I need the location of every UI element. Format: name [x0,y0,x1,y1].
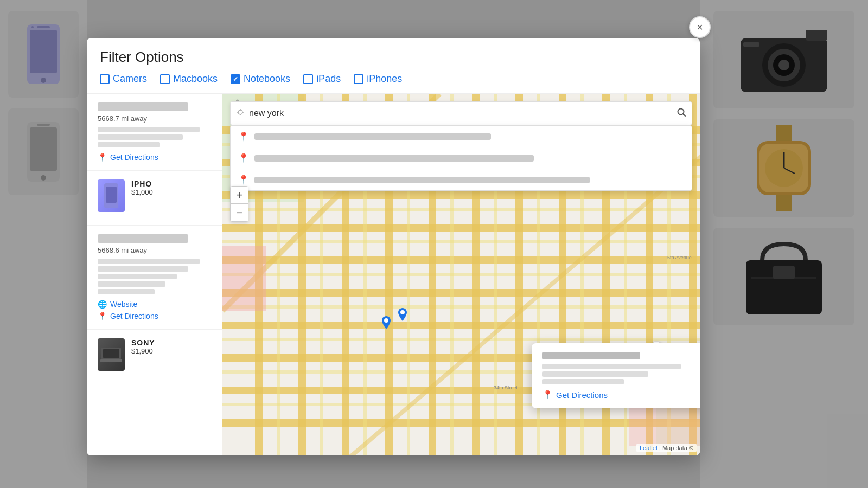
svg-text:34th Street: 34th Street [494,385,518,390]
svg-point-95 [400,310,405,314]
svg-rect-51 [222,338,700,341]
suggestion-2-pin-icon: 📍 [238,153,249,163]
svg-rect-30 [100,359,122,362]
product-item-2: SONY $1,900 [87,330,222,384]
product-item-1: IPHO $1,000 [87,171,222,226]
product-2-thumb-area: SONY $1,900 [98,338,211,371]
store-2-address-line4 [98,281,165,287]
map-marker-2[interactable] [396,308,409,325]
store-1-actions: 📍 Get Directions [98,153,211,162]
filter-ipads[interactable]: iPads [303,73,341,85]
map-background[interactable]: 5th Avenue Midtown East 53rd Street 5th … [222,94,700,455]
store-1-directions-link[interactable]: 📍 Get Directions [98,153,211,162]
suggestion-3-text-area [254,177,684,183]
store-2-directions-link[interactable]: 📍 Get Directions [98,312,211,320]
map-marker-1[interactable] [380,316,393,333]
store-2-website-link[interactable]: 🌐 Website [98,300,211,309]
product-2-title: SONY [131,338,211,347]
zoom-in-button[interactable]: + [231,187,248,204]
zoom-out-button[interactable]: − [231,204,248,221]
svg-rect-44 [222,419,700,427]
svg-rect-49 [222,273,700,276]
attribution-text: | Map data © [659,445,693,451]
suggestion-item-3[interactable]: 📍 [231,169,692,190]
macbooks-label: Macbooks [173,73,218,85]
svg-rect-41 [222,322,700,329]
cameras-checkbox[interactable] [100,74,110,84]
svg-line-93 [684,114,686,116]
svg-point-91 [242,112,244,113]
svg-rect-39 [222,256,700,264]
svg-point-94 [384,318,388,323]
svg-rect-29 [103,349,119,358]
map-container[interactable]: 5th Avenue Midtown East 53rd Street 5th … [222,94,700,455]
map-search-input[interactable] [249,108,676,118]
filter-panel: Filter Options Camers Macbooks Notebooks… [87,38,700,455]
leaflet-link[interactable]: Leaflet [640,445,658,451]
search-location-icon [236,108,245,119]
svg-rect-40 [222,289,700,297]
product-2-price: $1,900 [131,347,211,355]
store-list: 5668.7 mi away 📍 Get Directions [87,94,222,455]
svg-point-89 [240,114,241,115]
popup-directions-link[interactable]: 📍 Get Directions [542,390,700,400]
popup-address-line1 [542,364,681,369]
svg-point-90 [237,112,238,113]
store-2-directions-label: Get Directions [110,312,158,320]
macbooks-checkbox[interactable] [160,74,170,84]
website-globe-icon: 🌐 [98,300,107,309]
map-attribution: Leaflet | Map data © [636,444,697,452]
product-1-title: IPHO [131,179,211,188]
modal-close-button[interactable]: × [689,16,711,38]
store-1-directions-label: Get Directions [110,153,158,162]
store-1-address-line1 [98,127,200,132]
suggestion-2-text [254,155,534,162]
filter-iphones[interactable]: iPhones [354,73,402,85]
popup-directions-label: Get Directions [556,390,608,400]
filter-cameras[interactable]: Camers [100,73,147,85]
popup-address-line3 [542,379,624,384]
suggestion-item-2[interactable]: 📍 [231,147,692,169]
svg-rect-27 [106,187,117,203]
ipads-checkbox[interactable] [303,74,313,84]
ipads-label: iPads [316,73,341,85]
popup-directions-pin-icon: 📍 [542,390,553,400]
store-2-name-blurred [98,234,188,243]
suggestion-3-pin-icon: 📍 [238,175,249,185]
store-1-distance: 5668.7 mi away [98,114,211,123]
filter-checkboxes: Camers Macbooks Notebooks iPads iPhones [100,73,687,85]
notebooks-checkbox[interactable] [231,74,240,84]
suggestion-item-1[interactable]: 📍 [231,126,692,147]
store-1-address-line2 [98,134,183,140]
filter-body: 5668.7 mi away 📍 Get Directions [87,94,700,455]
close-icon: × [697,21,703,34]
svg-rect-47 [222,208,700,211]
store-2-distance: 5668.6 mi away [98,246,211,254]
suggestion-1-pin-icon: 📍 [238,131,249,142]
svg-point-87 [238,110,242,114]
svg-rect-37 [222,191,700,199]
map-search-button[interactable] [676,107,686,120]
map-zoom-controls[interactable]: + − [230,186,248,222]
svg-rect-77 [222,246,266,311]
store-2-address-line1 [98,259,200,264]
product-1-price: $1,000 [131,188,211,196]
iphones-label: iPhones [367,73,402,85]
map-search-bar[interactable] [230,101,692,125]
store-2-website-label: Website [110,300,137,309]
svg-point-88 [240,109,241,110]
store-2-address-line3 [98,274,177,279]
svg-rect-50 [222,305,700,309]
store-2-actions: 🌐 Website 📍 Get Directions [98,300,211,320]
iphones-checkbox[interactable] [354,74,363,84]
cameras-label: Camers [113,73,147,85]
store-1-name-blurred [98,102,188,111]
filter-macbooks[interactable]: Macbooks [160,73,218,85]
directions-pin-icon: 📍 [98,153,107,162]
filter-notebooks[interactable]: Notebooks [231,73,290,85]
popup-address-line2 [542,371,648,377]
svg-rect-38 [222,224,700,232]
popup-store-name-blurred [542,352,640,359]
product-1-thumb-area: IPHO $1,000 [98,179,211,212]
product-1-thumbnail [98,179,125,212]
